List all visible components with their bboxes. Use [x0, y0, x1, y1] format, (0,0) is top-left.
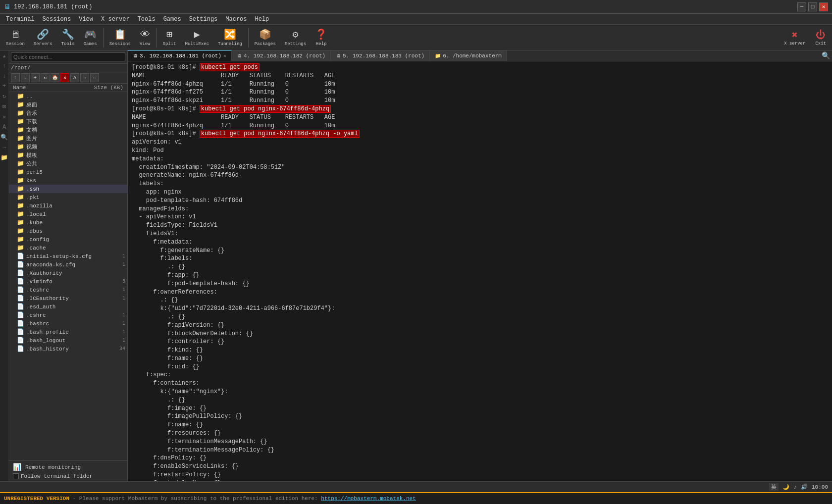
tree-item-label: .tcshrc: [26, 287, 110, 293]
sidebar-down-btn[interactable]: ↓: [21, 73, 30, 82]
terminal-content[interactable]: [root@k8s-01 k8s]# kubectl get pods NAME…: [128, 61, 832, 481]
nav-icon-up[interactable]: ↑: [2, 63, 6, 70]
nav-icon-stop[interactable]: ⊠: [2, 103, 6, 110]
tool-settings[interactable]: ⚙ Settings: [281, 27, 310, 48]
sessions-label: Sessions: [109, 42, 131, 47]
tree-item[interactable]: 📁 .kube: [9, 218, 127, 227]
nav-icon-delete[interactable]: ✕: [2, 113, 6, 121]
tree-item[interactable]: 📄 .bashrc 1: [9, 319, 127, 328]
tree-item[interactable]: 📁 .dbus: [9, 227, 127, 235]
menu-xserver[interactable]: X server: [97, 15, 134, 24]
follow-terminal-item[interactable]: Follow terminal folder: [13, 473, 123, 479]
tree-item[interactable]: 📁 桌面: [9, 101, 127, 109]
tree-item-size: 1: [110, 312, 125, 318]
tree-item[interactable]: 📁 视频: [9, 143, 127, 151]
tool-multiexec[interactable]: ▶ MultiExec: [181, 27, 213, 48]
tab-2[interactable]: 🖥 4. 192.168.188.182 (root): [232, 50, 331, 61]
sidebar-rename-btn[interactable]: A: [70, 73, 79, 82]
tool-packages[interactable]: 📦 Packages: [251, 27, 280, 48]
tree-item[interactable]: 📄 .Xauthority: [9, 269, 127, 277]
tool-sessions[interactable]: 📋 Sessions: [105, 27, 135, 48]
menu-macros[interactable]: Macros: [221, 15, 251, 24]
tool-help[interactable]: ❓ Help: [311, 27, 331, 48]
sidebar-transfer-btn[interactable]: →: [80, 73, 89, 82]
sidebar-up-btn[interactable]: ↑: [11, 73, 20, 82]
nav-icon-sync[interactable]: ↻: [2, 93, 6, 100]
nav-icon-folder[interactable]: 📁: [0, 154, 8, 161]
remote-monitoring-item[interactable]: 📊 Remote monitoring: [13, 463, 123, 471]
sidebar-delete-btn[interactable]: ✕: [60, 73, 69, 82]
tab-3[interactable]: 🖥 5. 192.168.188.183 (root): [331, 50, 430, 61]
nav-icon-star[interactable]: ★: [2, 52, 6, 60]
tree-item[interactable]: 📁 图片: [9, 134, 127, 143]
tool-view[interactable]: 👁 View: [136, 28, 155, 48]
tree-item-icon: 📁: [17, 185, 24, 193]
sidebar-refresh-btn[interactable]: ↻: [41, 73, 50, 82]
tree-item[interactable]: 📁 模板: [9, 151, 127, 159]
tool-games[interactable]: 🎮 Games: [80, 27, 101, 48]
tree-item[interactable]: 📁 音乐: [9, 109, 127, 117]
tool-split[interactable]: ⊞ Split: [158, 27, 180, 48]
tree-item[interactable]: 📁 .pki: [9, 193, 127, 202]
cmd-3: kubectl get pod nginx-674ff86d-4phzq -o …: [200, 130, 360, 138]
nav-icon-arrow[interactable]: →: [2, 144, 6, 151]
menu-help[interactable]: Help: [251, 15, 273, 24]
mobatek-link[interactable]: https://mobaxterm.mobatek.net: [321, 496, 416, 502]
menu-settings[interactable]: Settings: [185, 15, 222, 24]
tree-item[interactable]: 📄 initial-setup-ks.cfg 1: [9, 252, 127, 260]
menu-tools[interactable]: Tools: [134, 15, 159, 24]
tree-item-size: 34: [110, 346, 125, 352]
menu-sessions[interactable]: Sessions: [39, 15, 75, 24]
sidebar-transfer-btn2[interactable]: ←: [90, 73, 99, 82]
menu-terminal[interactable]: Terminal: [2, 15, 39, 24]
tree-item[interactable]: 📄 .ICEauthority 1: [9, 294, 127, 302]
tree-item[interactable]: 📁 ..: [9, 92, 127, 101]
tab-4[interactable]: 📁 6. /home/mobaxterm: [430, 50, 507, 61]
tab-1-close[interactable]: ✕: [223, 53, 226, 59]
tree-item[interactable]: 📁 .config: [9, 235, 127, 244]
tree-item[interactable]: 📁 .ssh: [9, 185, 127, 193]
tool-session[interactable]: 🖥 Session: [2, 28, 29, 48]
tool-tools[interactable]: 🔧 Tools: [57, 27, 79, 48]
tree-item[interactable]: 📁 文档: [9, 126, 127, 134]
tree-item[interactable]: 📄 .bash_logout 1: [9, 336, 127, 345]
minimize-button[interactable]: ─: [797, 2, 806, 11]
tree-item[interactable]: 📄 anaconda-ks.cfg 1: [9, 260, 127, 269]
tool-servers[interactable]: 🔗 Servers: [30, 27, 56, 48]
exit-button[interactable]: ⏻ Exit: [811, 27, 830, 48]
x-server-button[interactable]: ✖ X server: [780, 27, 809, 48]
tree-item[interactable]: 📁 .mozilla: [9, 202, 127, 210]
tree-item[interactable]: 📄 .bash_profile 1: [9, 328, 127, 336]
quick-connect-input[interactable]: [11, 52, 125, 61]
tree-item[interactable]: 📄 .esd_auth: [9, 302, 127, 311]
sidebar-new-btn[interactable]: +: [31, 73, 40, 82]
tree-item[interactable]: 📁 .cache: [9, 244, 127, 252]
tree-item[interactable]: 📁 perl5: [9, 168, 127, 176]
nav-icon-search[interactable]: 🔍: [0, 134, 8, 141]
menu-view[interactable]: View: [75, 15, 97, 24]
tree-item[interactable]: 📁 公共: [9, 159, 127, 168]
close-button[interactable]: ✕: [819, 2, 828, 11]
sidebar-home-btn[interactable]: 🏠: [51, 73, 59, 82]
tab-search-btn[interactable]: 🔍: [822, 51, 830, 60]
nav-icon-text[interactable]: A: [2, 124, 6, 131]
tree-item-label: 视频: [26, 143, 110, 151]
tree-item-icon: 📁: [17, 160, 24, 167]
tree-item[interactable]: 📄 .viminfo 5: [9, 277, 127, 286]
tree-item[interactable]: 📄 .bash_history 34: [9, 345, 127, 353]
follow-terminal-checkbox[interactable]: [13, 473, 19, 479]
tree-item[interactable]: 📁 .local: [9, 210, 127, 218]
tree-item[interactable]: 📁 k8s: [9, 176, 127, 185]
x-server-label: X server: [784, 41, 805, 46]
tree-item[interactable]: 📄 .cshrc 1: [9, 311, 127, 319]
maximize-button[interactable]: □: [808, 2, 817, 11]
tool-tunneling[interactable]: 🔀 Tunneling: [214, 27, 246, 48]
nav-icon-down[interactable]: ↓: [2, 73, 6, 80]
tree-item[interactable]: 📁 下载: [9, 117, 127, 126]
menu-games[interactable]: Games: [159, 15, 185, 24]
nav-icon-add[interactable]: +: [2, 83, 6, 90]
tree-item[interactable]: 📄 .tcshrc 1: [9, 286, 127, 294]
tab-1[interactable]: 🖥 3. 192.168.188.181 (root) ✕: [128, 50, 232, 61]
tree-item-icon: 📁: [17, 227, 24, 235]
toolbar-separator: [103, 28, 104, 48]
